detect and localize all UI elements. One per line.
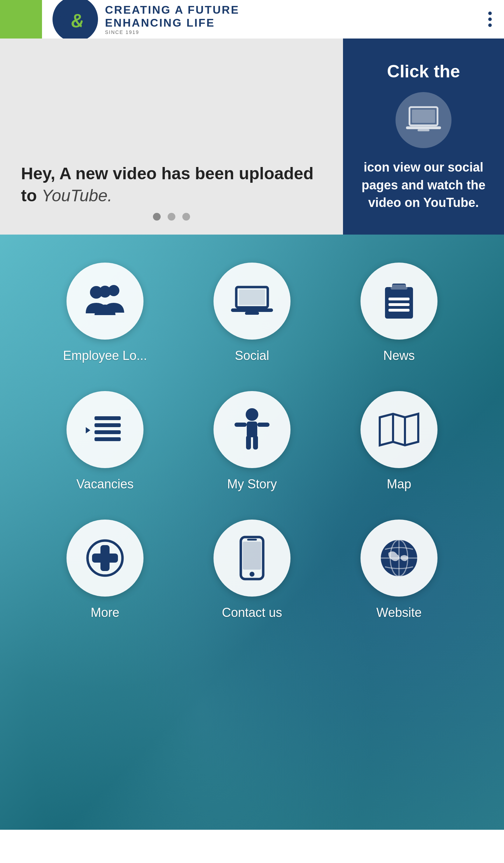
svg-rect-14 [385, 287, 413, 319]
svg-rect-12 [231, 308, 273, 312]
menu-item-map[interactable]: Map [336, 391, 462, 492]
employee-login-circle [66, 263, 144, 340]
banner-right-desc: icon view our social pages and watch the… [354, 159, 493, 211]
menu-grid: Employee Lo... Social [42, 263, 462, 620]
users-icon [82, 282, 128, 320]
news-circle [360, 263, 438, 340]
tagline-line1: CREATING A FUTURE [105, 4, 239, 16]
social-label: Social [235, 348, 269, 363]
svg-rect-6 [418, 129, 429, 131]
banner-left: Hey, A new video has been uploaded to Yo… [0, 39, 343, 235]
svg-rect-28 [257, 423, 270, 427]
map-icon [376, 410, 422, 449]
svg-rect-39 [247, 539, 257, 541]
social-circle [214, 263, 290, 340]
banner-dot-3[interactable] [182, 213, 190, 221]
three-dots-icon [488, 12, 492, 27]
laptop-icon-circle [396, 92, 451, 148]
phone-icon [234, 535, 270, 581]
vacancies-circle [66, 391, 144, 468]
svg-point-9 [99, 286, 111, 298]
svg-rect-30 [253, 436, 258, 450]
more-circle [66, 520, 144, 597]
svg-rect-13 [245, 312, 259, 315]
contact-us-circle [214, 520, 290, 597]
menu-item-vacancies[interactable]: Vacancies [42, 391, 168, 492]
menu-item-employee-login[interactable]: Employee Lo... [42, 263, 168, 363]
svg-rect-16 [388, 298, 410, 300]
svg-rect-27 [234, 423, 247, 427]
svg-rect-17 [388, 303, 410, 306]
svg-rect-29 [246, 436, 251, 450]
laptop-icon [229, 282, 275, 320]
svg-text:L: L [80, 5, 94, 35]
svg-rect-5 [406, 126, 441, 129]
menu-item-contact-us[interactable]: Contact us [189, 520, 315, 620]
svg-point-38 [250, 572, 254, 577]
svg-rect-20 [94, 416, 121, 420]
vacancies-label: Vacancies [76, 477, 133, 492]
svg-rect-18 [388, 309, 410, 312]
globe-icon [378, 537, 420, 579]
banner-dot-2[interactable] [168, 213, 175, 221]
plus-icon [86, 539, 124, 577]
banner-text: Hey, A new video has been uploaded to Yo… [21, 163, 322, 207]
menu-item-website[interactable]: Website [336, 520, 462, 620]
company-logo: C & L [52, 0, 98, 42]
svg-rect-35 [92, 554, 118, 563]
tagline-line2: ENHANCING LIFE [105, 16, 239, 29]
news-label: News [383, 348, 415, 363]
svg-rect-22 [94, 430, 121, 434]
svg-point-25 [246, 408, 258, 421]
map-circle [360, 391, 438, 468]
laptop-icon [404, 104, 443, 136]
banner-italic: YouTube. [42, 186, 112, 205]
header: C & L CREATING A FUTURE ENHANCING LIFE S… [0, 0, 504, 39]
svg-rect-37 [243, 542, 261, 570]
my-story-circle [214, 391, 290, 468]
map-label: Map [387, 477, 411, 492]
svg-rect-19 [391, 285, 407, 290]
svg-rect-11 [239, 290, 265, 305]
svg-rect-4 [412, 110, 435, 123]
website-label: Website [376, 605, 421, 620]
menu-item-news[interactable]: News [336, 263, 462, 363]
menu-item-social[interactable]: Social [189, 263, 315, 363]
svg-rect-21 [94, 423, 121, 427]
main-menu: Employee Lo... Social [0, 235, 504, 830]
since-label: SINCE 1919 [105, 29, 239, 35]
list-indent-icon [84, 412, 126, 447]
header-green-bar [0, 0, 42, 39]
clipboard-icon [378, 280, 420, 322]
my-story-label: My Story [227, 477, 277, 492]
menu-button[interactable] [476, 0, 504, 39]
svg-rect-26 [247, 422, 257, 437]
menu-item-my-story[interactable]: My Story [189, 391, 315, 492]
more-label: More [91, 605, 119, 620]
person-icon [233, 407, 271, 452]
click-the-label: Click the [387, 61, 460, 82]
header-tagline: CREATING A FUTURE ENHANCING LIFE SINCE 1… [105, 4, 239, 35]
svg-rect-23 [94, 437, 121, 441]
website-circle [360, 520, 438, 597]
contact-us-label: Contact us [222, 605, 282, 620]
banner-dot-1[interactable] [153, 213, 161, 221]
banner-right: Click the icon view our social pages and… [343, 39, 504, 235]
header-logo-area: C & L CREATING A FUTURE ENHANCING LIFE S… [42, 0, 476, 42]
svg-marker-24 [86, 427, 90, 433]
banner-dots [153, 213, 190, 221]
employee-login-label: Employee Lo... [63, 348, 147, 363]
menu-item-more[interactable]: More [42, 520, 168, 620]
banner-slider: Hey, A new video has been uploaded to Yo… [0, 39, 504, 235]
